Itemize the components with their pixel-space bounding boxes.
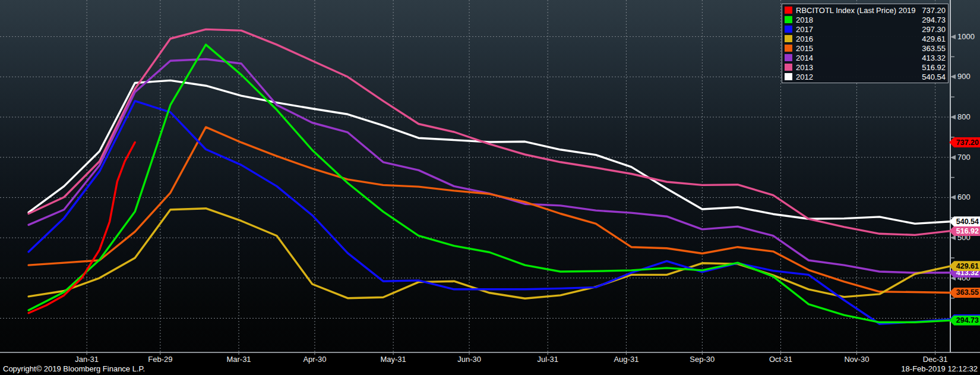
legend-label: 2014 — [796, 53, 922, 62]
timestamp-text: 18-Feb-2019 12:12:32 — [901, 364, 978, 373]
legend-last-value: 294.73 — [922, 15, 946, 24]
legend-swatch-icon — [785, 45, 792, 52]
legend-label: 2013 — [796, 63, 922, 72]
legend-label: 2018 — [796, 15, 922, 24]
price-badge-363.55: 363.55 — [949, 288, 980, 298]
legend-swatch-icon — [785, 16, 792, 23]
price-badge-540.54: 540.54 — [949, 216, 980, 226]
series-line-2016 — [29, 209, 950, 299]
price-badge-294.73: 294.73 — [949, 316, 980, 326]
legend-row-2015[interactable]: 2015363.55 — [785, 43, 946, 53]
y-axis-label-600: 600 — [957, 193, 970, 201]
footer-bar: Copyright© 2019 Bloomberg Finance L.P. 1… — [0, 364, 980, 375]
axis-tick-arrow-icon — [950, 195, 956, 200]
legend-label: 2016 — [796, 34, 922, 43]
legend-label: RBCITOTL Index (Last Price) 2019 — [796, 6, 922, 15]
x-axis-label-Sep-30: Sep-30 — [690, 355, 715, 364]
legend-row-2016[interactable]: 2016429.61 — [785, 34, 946, 43]
axis-tick-arrow-icon — [950, 235, 956, 240]
axis-tick-arrow-icon — [950, 115, 956, 119]
x-axis-label-Jan-31: Jan-31 — [75, 355, 99, 364]
legend-last-value: 413.32 — [922, 53, 946, 62]
legend-label: 2017 — [796, 25, 922, 34]
legend-last-value: 540.54 — [922, 73, 946, 81]
legend-row-2018[interactable]: 2018294.73 — [785, 15, 946, 24]
y-axis-label-900: 900 — [957, 72, 970, 81]
legend-swatch-icon — [785, 54, 792, 61]
x-axis-label-Dec-31: Dec-31 — [923, 355, 948, 364]
legend-swatch-icon — [785, 26, 792, 33]
price-badge-516.92: 516.92 — [949, 226, 980, 236]
legend-row-2019[interactable]: RBCITOTL Index (Last Price) 2019737.20 — [785, 5, 946, 15]
chart-legend: RBCITOTL Index (Last Price) 2019737.2020… — [782, 4, 949, 83]
axis-tick-arrow-icon — [950, 34, 956, 39]
legend-last-value: 297.30 — [922, 25, 946, 34]
y-axis-label-1000: 1000 — [957, 32, 975, 41]
legend-row-2013[interactable]: 2013516.92 — [785, 62, 946, 72]
legend-row-2017[interactable]: 2017297.30 — [785, 24, 946, 34]
legend-row-2012[interactable]: 2012540.54 — [785, 72, 946, 81]
x-axis-label-Feb-29: Feb-29 — [148, 355, 172, 364]
series-line-2015 — [29, 127, 950, 293]
x-axis-label-Nov-30: Nov-30 — [844, 355, 869, 364]
legend-swatch-icon — [785, 7, 792, 14]
series-line-2018 — [29, 45, 950, 322]
legend-swatch-icon — [785, 35, 792, 42]
x-axis-label-May-31: May-31 — [380, 355, 406, 364]
y-axis-label-700: 700 — [957, 153, 970, 162]
axis-tick-arrow-icon — [950, 155, 956, 160]
legend-last-value: 363.55 — [922, 44, 946, 53]
copyright-text: Copyright© 2019 Bloomberg Finance L.P. — [3, 364, 145, 373]
axis-tick-arrow-icon — [950, 74, 956, 79]
series-line-2014 — [29, 59, 950, 273]
legend-last-value: 516.92 — [922, 63, 946, 72]
legend-swatch-icon — [785, 64, 792, 71]
legend-last-value: 737.20 — [922, 6, 946, 15]
x-axis-label-Oct-31: Oct-31 — [769, 355, 792, 364]
series-line-2012 — [29, 80, 950, 223]
legend-swatch-icon — [785, 73, 792, 80]
x-axis-label-Aug-31: Aug-31 — [614, 355, 638, 364]
price-badge-737.20: 737.20 — [949, 137, 980, 147]
y-axis-label-800: 800 — [957, 112, 970, 121]
x-axis-label-Mar-31: Mar-31 — [226, 355, 251, 364]
price-badge-429.61: 429.61 — [949, 261, 980, 271]
x-axis-label-Jul-31: Jul-31 — [538, 355, 558, 364]
x-axis-label-Apr-30: Apr-30 — [303, 355, 326, 364]
bloomberg-chart-window: RBCITOTL Index (Last Price) 2019737.2020… — [0, 0, 980, 375]
legend-label: 2015 — [796, 44, 922, 53]
legend-label: 2012 — [796, 73, 922, 81]
x-axis-label-Jun-30: Jun-30 — [457, 355, 481, 364]
legend-last-value: 429.61 — [922, 34, 946, 43]
legend-row-2014[interactable]: 2014413.32 — [785, 53, 946, 62]
